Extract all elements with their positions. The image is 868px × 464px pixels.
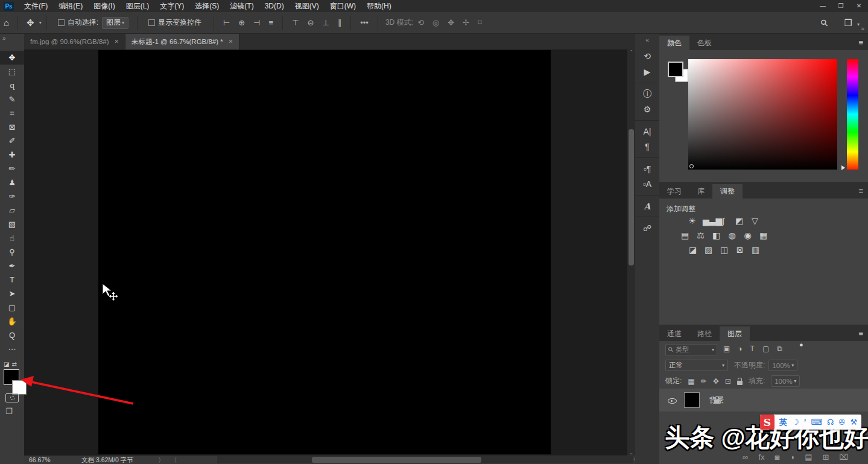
- layer-row-background[interactable]: 背景: [659, 389, 868, 412]
- panel-menu-icon[interactable]: ≡: [858, 38, 863, 47]
- quick-mask-icon[interactable]: [5, 393, 19, 402]
- curves-icon[interactable]: ∫: [718, 216, 729, 226]
- rectangle-tool[interactable]: ▢: [0, 300, 24, 314]
- panel-menu-icon[interactable]: ≡: [858, 329, 863, 338]
- lock-image-pixels-icon[interactable]: ✏: [701, 377, 707, 386]
- align-top-edges-icon[interactable]: ⊤: [288, 18, 303, 27]
- tab-close-icon[interactable]: ✕: [229, 39, 233, 45]
- gradient-map-icon[interactable]: ▥: [750, 245, 761, 255]
- menu-type[interactable]: 文字(Y): [154, 0, 189, 12]
- zoom-level-field[interactable]: 66.67%: [29, 456, 51, 463]
- document-canvas[interactable]: [98, 50, 551, 454]
- lock-all-icon[interactable]: [737, 381, 743, 385]
- lock-transparent-pixels-icon[interactable]: ▦: [688, 377, 694, 386]
- ime-moon-icon[interactable]: ☽: [792, 418, 799, 427]
- saturation-brightness-field[interactable]: [688, 59, 837, 170]
- lock-artboard-icon[interactable]: ⊡: [725, 377, 731, 386]
- eyedropper-tool[interactable]: ✐: [0, 134, 24, 148]
- tab-close-icon[interactable]: ✕: [115, 39, 119, 45]
- vertical-scrollbar-thumb[interactable]: [629, 129, 634, 265]
- tab-untitled-1[interactable]: 未标题-1 @ 66.7%(RGB/8#) * ✕: [125, 34, 239, 49]
- color-balance-icon[interactable]: ⚖: [695, 230, 706, 240]
- panels-expand-icon[interactable]: »: [861, 25, 864, 32]
- canvas-area[interactable]: [24, 49, 635, 456]
- hue-slider-arrow[interactable]: [841, 165, 845, 170]
- gradient-tool[interactable]: ▧: [0, 217, 24, 231]
- menu-3d[interactable]: 3D(D): [259, 0, 290, 12]
- menu-help[interactable]: 帮助(H): [361, 0, 397, 12]
- menu-window[interactable]: 窗口(W): [325, 0, 361, 12]
- hue-saturation-icon[interactable]: ▤: [680, 230, 690, 240]
- tab-paths[interactable]: 路径: [689, 326, 720, 341]
- character-styles-panel-icon[interactable]: ▫A: [635, 176, 659, 192]
- tab-channels[interactable]: 通道: [659, 326, 689, 341]
- workspace-switcher[interactable]: ❒▾: [841, 17, 860, 28]
- smudge-tool[interactable]: ☝: [0, 231, 24, 245]
- align-bottom-edges-icon[interactable]: ⊥: [318, 18, 333, 27]
- status-expand-icon[interactable]: 〉: [158, 456, 165, 464]
- panel-menu-icon[interactable]: ≡: [858, 186, 863, 195]
- clone-stamp-tool[interactable]: ♟: [0, 176, 24, 189]
- info-panel-icon[interactable]: ⓘ: [635, 83, 659, 101]
- menu-layer[interactable]: 图层(L): [121, 0, 155, 12]
- hand-tool[interactable]: ✋: [0, 314, 24, 328]
- path-selection-tool[interactable]: ➤: [0, 287, 24, 300]
- sogou-logo[interactable]: S: [760, 415, 775, 430]
- vibrance-icon[interactable]: ▽: [750, 216, 760, 226]
- ime-keyboard-icon[interactable]: ⌨: [811, 418, 822, 427]
- align-horizontal-centers-icon[interactable]: ⊕: [234, 18, 249, 27]
- paragraph-panel-icon[interactable]: ¶: [635, 139, 659, 154]
- exposure-icon[interactable]: ◩: [734, 216, 744, 226]
- status-collapse-icon[interactable]: 〈: [171, 456, 177, 464]
- filter-type-layers-icon[interactable]: T: [750, 345, 755, 353]
- menu-edit[interactable]: 编辑(E): [53, 0, 88, 12]
- tab-adjustments[interactable]: 调整: [712, 184, 743, 199]
- layer-filter-dropdown[interactable]: ⚲ 类型 ▾: [665, 344, 717, 355]
- channel-mixer-icon[interactable]: ◉: [743, 230, 753, 240]
- horizontal-scrollbar-thumb[interactable]: [312, 457, 481, 463]
- filter-adjustment-layers-icon[interactable]: ◑: [738, 345, 742, 353]
- dodge-tool[interactable]: ⚲: [0, 245, 24, 259]
- move-tool[interactable]: ✥: [0, 51, 24, 65]
- layer-visibility-icon[interactable]: [668, 396, 677, 404]
- levels-icon[interactable]: ▅▃▆: [703, 216, 713, 226]
- ime-toolbox-icon[interactable]: ⚒: [851, 418, 858, 427]
- lock-position-icon[interactable]: ✥: [713, 377, 719, 386]
- tab-fm-jpg[interactable]: fm.jpg @ 90.6%(RGB/8#) ✕: [24, 34, 125, 49]
- character-panel-icon[interactable]: A|: [635, 120, 659, 139]
- type-tool[interactable]: T: [0, 273, 24, 287]
- menu-select[interactable]: 选择(S): [189, 0, 224, 12]
- auto-select-checkbox[interactable]: [58, 19, 65, 26]
- filter-shape-layers-icon[interactable]: ▢: [762, 345, 769, 353]
- menu-filter[interactable]: 滤镜(T): [224, 0, 259, 12]
- history-panel-icon[interactable]: ⟲: [635, 48, 659, 64]
- horizontal-scrollbar[interactable]: [217, 456, 633, 463]
- invert-icon[interactable]: ◪: [688, 245, 698, 255]
- tab-learn[interactable]: 学习: [659, 184, 689, 199]
- spot-healing-brush-tool[interactable]: ✚: [0, 148, 24, 162]
- menu-image[interactable]: 图像(I): [88, 0, 120, 12]
- actions-panel-icon[interactable]: ▶: [635, 64, 659, 80]
- default-colors-icon[interactable]: ◪⇄: [4, 361, 19, 367]
- menu-file[interactable]: 文件(F): [19, 0, 53, 12]
- crop-tool[interactable]: ⌗: [0, 106, 24, 120]
- paragraph-styles-panel-icon[interactable]: ▫¶: [635, 157, 659, 176]
- scroll-down-icon[interactable]: ⌄: [627, 450, 635, 456]
- minimize-button[interactable]: —: [814, 0, 832, 12]
- threshold-icon[interactable]: ◫: [719, 245, 729, 255]
- chevron-down-icon[interactable]: ▾: [39, 20, 42, 25]
- rectangular-marquee-tool[interactable]: ⬚: [0, 65, 24, 78]
- search-icon[interactable]: ⚲: [816, 14, 833, 31]
- tab-swatches[interactable]: 色板: [689, 36, 720, 50]
- black-white-icon[interactable]: ◧: [711, 230, 721, 240]
- ime-voice-icon[interactable]: ☊: [827, 418, 834, 427]
- layer-thumbnail[interactable]: [684, 392, 700, 408]
- fill-field[interactable]: 100% ▾: [771, 375, 800, 387]
- ime-punctuation-icon[interactable]: ’: [804, 418, 806, 427]
- history-brush-tool[interactable]: ✑: [0, 189, 24, 203]
- brush-tool[interactable]: ✏: [0, 162, 24, 176]
- align-right-edges-icon[interactable]: ⊣: [249, 18, 264, 27]
- zoom-tool[interactable]: Q: [0, 328, 24, 342]
- object-selection-tool[interactable]: ✎: [0, 92, 24, 106]
- filter-smart-objects-icon[interactable]: ⧉: [777, 345, 782, 353]
